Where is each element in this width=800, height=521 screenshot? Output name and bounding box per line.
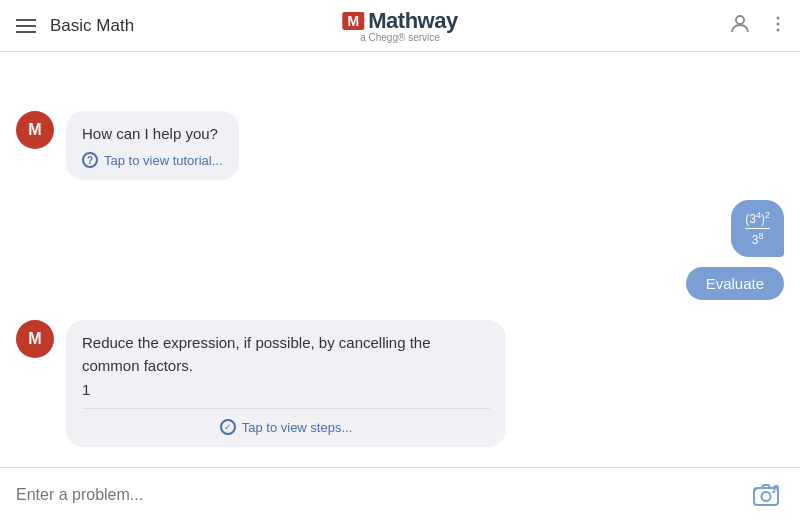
tap-tutorial-label: Tap to view tutorial... [104, 153, 223, 168]
header-right [728, 12, 788, 40]
fraction-display: (34)2 38 [745, 210, 770, 247]
logo-text: Mathway [368, 8, 457, 34]
mathway-logo: M Mathway [342, 8, 457, 34]
bot-greeting-text: How can I help you? [82, 123, 223, 144]
svg-point-3 [777, 28, 780, 31]
camera-button[interactable]: + [748, 477, 784, 513]
tap-steps-button[interactable]: Tap to view steps... [82, 408, 490, 435]
bot-avatar: M [16, 111, 54, 149]
user-icon[interactable] [728, 12, 752, 40]
svg-point-5 [762, 492, 771, 501]
tap-tutorial-button[interactable]: ? Tap to view tutorial... [82, 152, 223, 168]
fraction-numerator: (34)2 [745, 210, 770, 226]
bot-greeting-message: M How can I help you? ? Tap to view tuto… [16, 111, 784, 180]
bot-avatar-icon: M [28, 121, 41, 139]
header-left: Basic Math [12, 15, 134, 37]
bot-response-message: M Reduce the expression, if possible, by… [16, 320, 784, 447]
bot-avatar-2: M [16, 320, 54, 358]
check-circle-icon [220, 419, 236, 435]
svg-point-1 [777, 16, 780, 19]
fraction-denominator: 38 [752, 231, 764, 247]
hamburger-menu-button[interactable] [12, 15, 40, 37]
svg-point-2 [777, 22, 780, 25]
help-circle-icon: ? [82, 152, 98, 168]
bot-response-bubble: Reduce the expression, if possible, by c… [66, 320, 506, 447]
evaluate-button[interactable]: Evaluate [686, 267, 784, 300]
user-expression-bubble: (34)2 38 [731, 200, 784, 257]
expression-link[interactable]: expression [163, 334, 236, 351]
common-factors-link[interactable]: common factors [82, 357, 189, 374]
bot-avatar-icon-2: M [28, 330, 41, 348]
logo-container: M Mathway a Chegg® service [342, 8, 457, 43]
input-area: + [0, 467, 800, 521]
logo-m-icon: M [342, 12, 364, 30]
app-header: Basic Math M Mathway a Chegg® service [0, 0, 800, 52]
bot-greeting-bubble: How can I help you? ? Tap to view tutori… [66, 111, 239, 180]
header-title: Basic Math [50, 16, 134, 36]
chat-area: M How can I help you? ? Tap to view tuto… [0, 52, 800, 467]
response-text: Reduce the expression, if possible, by c… [82, 332, 490, 377]
svg-text:+: + [775, 485, 778, 491]
response-answer: 1 [82, 381, 490, 398]
fraction-divider [745, 228, 770, 229]
more-options-icon[interactable] [768, 14, 788, 38]
svg-point-0 [736, 16, 744, 24]
chegg-subtitle: a Chegg® service [360, 32, 440, 43]
user-message-area: (34)2 38 Evaluate [16, 200, 784, 300]
tap-steps-label: Tap to view steps... [242, 420, 353, 435]
problem-input[interactable] [16, 486, 736, 504]
